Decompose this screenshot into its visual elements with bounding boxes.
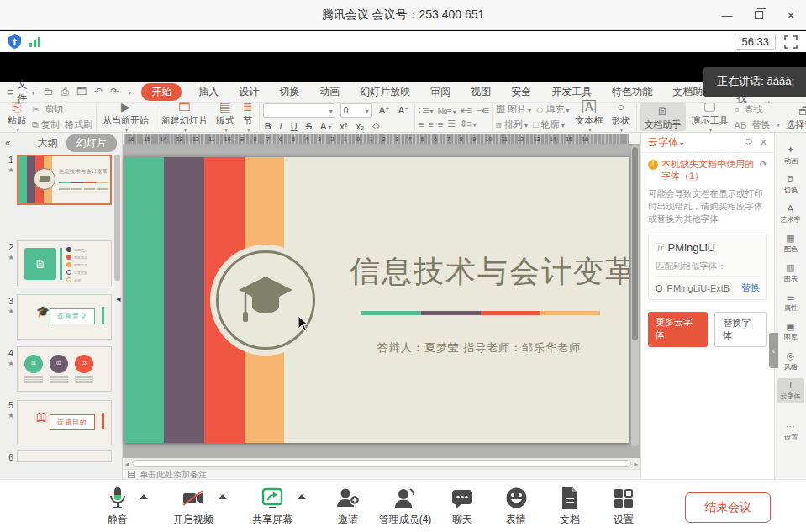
pane-collapse-handle[interactable]: ‹ <box>769 333 778 368</box>
new-slide-button[interactable]: 🗔 新建幻灯片 <box>159 101 210 134</box>
shape-button[interactable]: ○ 形状 <box>609 101 633 134</box>
print-icon[interactable]: ⎙ <box>61 86 70 97</box>
fill-button[interactable]: ◇ 填充 <box>536 103 570 116</box>
quickbar-more-icon[interactable] <box>126 86 131 97</box>
line-spacing-icon[interactable]: ⇕≡ <box>460 119 476 129</box>
undo-icon[interactable]: ↶ <box>94 86 103 97</box>
format-painter-button[interactable]: 格式刷 <box>65 119 92 131</box>
slide-canvas[interactable]: 信息技术与会计变革 答辩人：夏梦莹 指导老师：邹乐华老师 <box>124 157 629 443</box>
font-size-select[interactable]: 0 <box>340 103 372 118</box>
rail-properties[interactable]: ⚌属性 <box>777 290 804 315</box>
copy-button[interactable]: ⧉ 复制 <box>32 119 60 131</box>
font-name-select[interactable] <box>263 103 335 118</box>
rail-cloud-font[interactable]: T云字体 <box>777 378 804 403</box>
hamburger-icon[interactable]: ≡ <box>7 86 13 98</box>
align-left-icon[interactable]: ≡ <box>419 119 423 129</box>
sidebar-collapse-arrow-icon[interactable]: ◂ <box>116 293 121 304</box>
tab-home[interactable]: 开始 <box>141 83 182 101</box>
more-cloud-fonts-button[interactable]: 更多云字体 <box>648 312 708 347</box>
textbox-button[interactable]: 🄰 文本框 <box>573 101 606 134</box>
share-options-arrow-icon[interactable] <box>298 494 306 499</box>
tab-review[interactable]: 审阅 <box>427 83 454 101</box>
rail-settings[interactable]: ⋯设置 <box>777 419 804 445</box>
pane-close-icon[interactable]: ✕ <box>760 137 767 148</box>
chevron-down-icon[interactable] <box>678 137 683 149</box>
align-justify-icon[interactable]: ☰ <box>447 119 455 129</box>
slide-byline[interactable]: 答辩人：夏梦莹 指导老师：邹乐华老师 <box>353 340 605 356</box>
restore-icon[interactable] <box>752 8 766 22</box>
sidebar-scrollbar[interactable] <box>114 155 120 472</box>
video-options-arrow-icon[interactable] <box>219 494 227 499</box>
network-signal-icon[interactable] <box>29 36 40 47</box>
tab-slides[interactable]: 幻灯片 <box>66 134 117 152</box>
tab-outline[interactable]: 大纲 <box>38 136 58 150</box>
align-right-icon[interactable]: ≡ <box>438 119 442 129</box>
strikethrough-button[interactable]: S <box>304 121 313 131</box>
slide-thumbnail-3[interactable]: 🎓 选题意义 <box>17 294 112 340</box>
section-button[interactable]: ≣ 节 <box>240 101 255 134</box>
share-screen-button[interactable]: 共享屏幕 <box>242 486 303 527</box>
tab-design[interactable]: 设计 <box>235 83 262 101</box>
tab-view[interactable]: 视图 <box>467 83 494 101</box>
scroll-left-icon[interactable]: ◂ <box>125 460 129 468</box>
rail-gallery[interactable]: ▣图库 <box>777 319 804 345</box>
replace-font-button[interactable]: 替换字体 <box>714 312 767 347</box>
slide-thumbnail-5[interactable]: 🕮 选题目的 <box>17 400 112 445</box>
feedback-icon[interactable]: 🗩 <box>744 137 753 148</box>
rail-style[interactable]: ◎风格 <box>777 349 804 374</box>
layout-button[interactable]: ▤ 版式 <box>213 101 237 134</box>
chat-button[interactable]: 聊天 <box>435 486 489 527</box>
increase-font-button[interactable]: A⁺ <box>377 105 392 116</box>
manage-members-button[interactable]: 管理成员(4) <box>375 486 435 527</box>
doc-assistant-button[interactable]: 🗎 文档助手 <box>640 103 686 131</box>
superscript-button[interactable]: x² <box>338 121 349 131</box>
print-preview-icon[interactable]: 🗔 <box>76 86 87 97</box>
settings-button[interactable]: 设置 <box>597 486 651 527</box>
decrease-font-button[interactable]: A⁻ <box>397 105 411 116</box>
rail-transition[interactable]: ⧉切换 <box>777 172 804 198</box>
play-from-current-button[interactable]: ▶ 从当前开始 <box>100 101 151 134</box>
rail-animation[interactable]: ✦动画 <box>777 143 804 168</box>
scroll-right-icon[interactable]: ▸ <box>634 460 638 468</box>
rail-chart[interactable]: ▥图表 <box>777 261 804 286</box>
indent-increase-icon[interactable]: ⇥≡ <box>477 105 488 116</box>
notes-bar[interactable]: 单击此处添加备注 <box>123 469 640 479</box>
close-icon[interactable]: ✕ <box>784 8 798 22</box>
save-icon[interactable]: 🗀 <box>44 86 54 97</box>
numbering-icon[interactable]: №≡ <box>437 106 455 116</box>
slide-thumbnail-2[interactable]: 🗎 选题意义 基本观点 研究方法 论文框架 致谢 <box>17 240 112 287</box>
underline-button[interactable]: U <box>289 121 299 131</box>
bold-button[interactable]: B <box>263 121 273 131</box>
outline-button[interactable]: □ 轮廓 <box>533 119 565 131</box>
panel-collapse-icon[interactable]: « <box>5 137 11 149</box>
arrange-button[interactable]: ⧈ 排列 <box>496 119 528 131</box>
tab-devtools[interactable]: 开发工具 <box>548 83 595 101</box>
tab-features[interactable]: 特色功能 <box>608 83 656 101</box>
font-color-button[interactable]: A <box>319 121 333 131</box>
subscript-button[interactable]: x₂ <box>355 121 366 131</box>
rail-wordart[interactable]: A艺术字 <box>777 202 804 227</box>
find-button[interactable]: ⌕查找 <box>735 103 781 116</box>
tab-security[interactable]: 安全 <box>508 83 535 101</box>
vertical-scrollbar[interactable] <box>631 145 639 446</box>
horizontal-ruler[interactable]: 16 15 14 13 12 11 10 9 8 7 6 5 4 3 2 1 0… <box>124 134 629 144</box>
video-button[interactable]: 开启视频 <box>163 486 224 527</box>
slide-title[interactable]: 信息技术与会计变革 <box>350 251 619 292</box>
shield-icon[interactable] <box>8 34 21 49</box>
selection-pane-button[interactable]: 🗗 选择窗格 <box>783 105 806 129</box>
redo-icon[interactable]: ↷ <box>110 86 119 97</box>
invite-button[interactable]: 邀请 <box>321 486 375 527</box>
highlight-color-icon[interactable]: ◇ <box>371 120 381 131</box>
slide-thumbnail-4[interactable]: 01 02 03 <box>17 346 112 392</box>
italic-button[interactable]: I <box>278 121 284 131</box>
docs-button[interactable]: 文档 <box>543 486 597 527</box>
replace-button[interactable]: AB替换 <box>735 119 781 131</box>
fullscreen-icon[interactable] <box>784 35 798 49</box>
indent-decrease-icon[interactable]: ⇤≡ <box>461 105 472 116</box>
tab-animation[interactable]: 动画 <box>316 83 343 101</box>
rail-color-scheme[interactable]: ▦配色 <box>777 231 804 256</box>
tab-slideshow[interactable]: 幻灯片放映 <box>356 83 414 101</box>
tab-insert[interactable]: 插入 <box>195 83 222 101</box>
slide-thumbnail-6[interactable] <box>17 450 112 462</box>
end-meeting-button[interactable]: 结束会议 <box>685 492 771 523</box>
